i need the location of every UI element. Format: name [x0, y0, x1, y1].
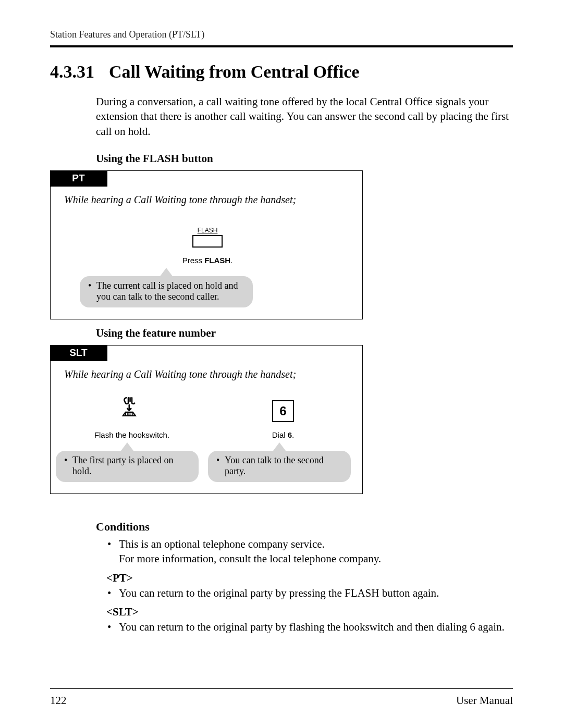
- proc-a-heading: Using the FLASH button: [96, 152, 513, 165]
- section-title: 4.3.31Call Waiting from Central Office: [50, 62, 513, 82]
- footer-rule: [50, 688, 513, 689]
- proc-b-heading: Using the feature number: [96, 327, 513, 340]
- dial-digit-box: 6: [272, 400, 294, 422]
- proc-a-bubble: •The current call is placed on hold and …: [80, 276, 253, 307]
- section-number: 4.3.31: [50, 62, 94, 82]
- conditions-item1: This is an optional telephone company se…: [119, 537, 513, 566]
- conditions-slt-item: You can return to the original party by …: [119, 620, 513, 634]
- proc-b-step1: Flash the hookswitch.: [85, 390, 179, 439]
- footer-doc-title: User Manual: [456, 694, 513, 707]
- hookswitch-icon: [118, 395, 145, 422]
- proc-b-step2-caption: Dial 6.: [272, 430, 295, 439]
- proc-a-step1: FLASH Press FLASH.: [161, 215, 254, 265]
- proc-a-step1-caption: Press FLASH.: [182, 256, 233, 265]
- conditions-pt-label: <PT>: [106, 572, 513, 585]
- page-footer: 122 User Manual: [50, 682, 513, 707]
- proc-b-bubble1: •The first party is placed on hold.: [56, 451, 199, 482]
- proc-b-box: SLT While hearing a Call Waiting tone th…: [50, 345, 363, 494]
- conditions-title: Conditions: [96, 520, 513, 534]
- conditions: Conditions This is an optional telephone…: [96, 520, 513, 634]
- proc-b-bubble2: •You can talk to the second party.: [208, 451, 351, 482]
- conditions-pt-item: You can return to the original party by …: [119, 586, 513, 600]
- proc-b-lead: While hearing a Call Waiting tone throug…: [64, 368, 351, 380]
- flash-button-label: FLASH: [198, 227, 218, 234]
- proc-b-tab: SLT: [50, 345, 107, 361]
- page-number: 122: [50, 694, 67, 707]
- header-rule: [50, 45, 513, 47]
- proc-a-tab: PT: [50, 170, 107, 187]
- section-title-text: Call Waiting from Central Office: [109, 62, 359, 81]
- running-header: Station Features and Operation (PT/SLT): [50, 29, 513, 40]
- flash-button-icon: FLASH: [192, 227, 223, 248]
- proc-b-step2: 6 Dial 6.: [236, 390, 330, 439]
- conditions-slt-label: <SLT>: [106, 606, 513, 619]
- proc-a-lead: While hearing a Call Waiting tone throug…: [64, 194, 351, 206]
- proc-b-step1-caption: Flash the hookswitch.: [94, 430, 169, 439]
- proc-a-box: PT While hearing a Call Waiting tone thr…: [50, 170, 363, 319]
- intro-paragraph: During a conversation, a call waiting to…: [96, 94, 513, 139]
